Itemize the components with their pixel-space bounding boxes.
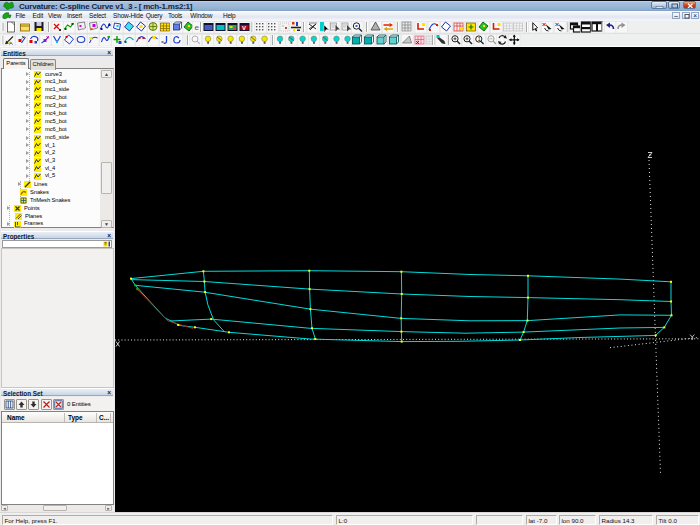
svg-text:V: V bbox=[242, 25, 246, 31]
svg-text:e: e bbox=[195, 23, 200, 32]
